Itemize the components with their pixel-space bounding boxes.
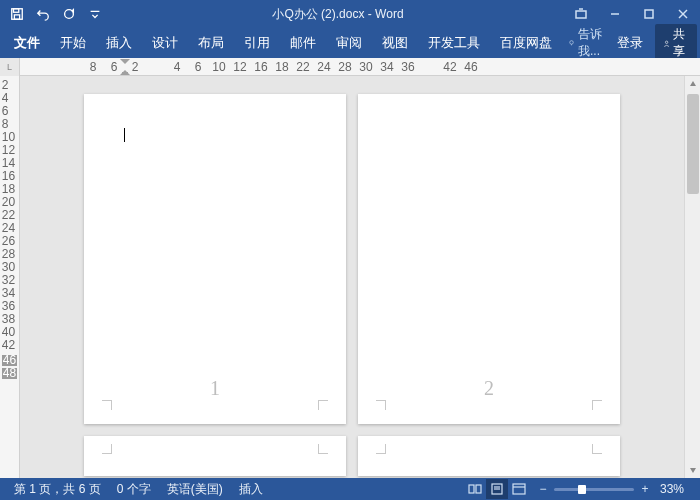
text-cursor	[124, 128, 125, 142]
indent-marker-icon[interactable]	[120, 59, 130, 78]
horizontal-ruler[interactable]: L 86246101216182224283034364246	[0, 58, 700, 76]
lightbulb-icon	[568, 37, 575, 49]
tab-design[interactable]: 设计	[142, 28, 188, 58]
document-canvas[interactable]: 1 2	[20, 76, 684, 478]
status-language[interactable]: 英语(美国)	[159, 481, 231, 498]
page-2[interactable]: 2	[358, 94, 620, 424]
vertical-ruler[interactable]: 2468101214161820222426283032343638404246…	[0, 76, 20, 478]
tab-baidu[interactable]: 百度网盘	[490, 28, 562, 58]
svg-point-11	[665, 41, 667, 43]
zoom-thumb[interactable]	[578, 485, 586, 494]
margin-mark-icon	[102, 444, 112, 454]
tab-layout[interactable]: 布局	[188, 28, 234, 58]
svg-rect-6	[645, 10, 653, 18]
share-button[interactable]: 共享	[655, 24, 697, 62]
scroll-down-icon[interactable]	[685, 462, 700, 478]
zoom-control: − + 33%	[530, 482, 694, 496]
page-number: 1	[84, 377, 346, 400]
web-layout-icon[interactable]	[508, 479, 530, 499]
scroll-up-icon[interactable]	[685, 76, 700, 92]
share-label: 共享	[673, 26, 689, 60]
ribbon-options-icon[interactable]	[564, 0, 598, 28]
redo-icon[interactable]	[58, 3, 80, 25]
status-words[interactable]: 0 个字	[109, 481, 159, 498]
read-mode-icon[interactable]	[464, 479, 486, 499]
zoom-in-button[interactable]: +	[638, 482, 652, 496]
print-layout-icon[interactable]	[486, 479, 508, 499]
save-icon[interactable]	[6, 3, 28, 25]
status-mode[interactable]: 插入	[231, 481, 271, 498]
svg-rect-4	[576, 11, 586, 18]
svg-marker-12	[120, 59, 130, 64]
ruler-corner: L	[0, 58, 20, 76]
tab-review[interactable]: 审阅	[326, 28, 372, 58]
svg-rect-17	[469, 485, 474, 493]
status-bar: 第 1 页，共 6 页 0 个字 英语(美国) 插入 − + 33%	[0, 478, 700, 500]
page-3[interactable]	[84, 436, 346, 476]
zoom-slider[interactable]	[554, 488, 634, 491]
scroll-thumb[interactable]	[687, 94, 699, 194]
signin-button[interactable]: 登录	[611, 28, 649, 58]
undo-icon[interactable]	[32, 3, 54, 25]
page-1[interactable]: 1	[84, 94, 346, 424]
tab-home[interactable]: 开始	[50, 28, 96, 58]
margin-mark-icon	[102, 400, 112, 410]
zoom-percent[interactable]: 33%	[656, 482, 688, 496]
svg-marker-15	[690, 81, 696, 86]
svg-rect-22	[513, 484, 525, 494]
tell-me-label: 告诉我...	[578, 26, 605, 60]
tab-developer[interactable]: 开发工具	[418, 28, 490, 58]
margin-mark-icon	[376, 400, 386, 410]
tab-mailings[interactable]: 邮件	[280, 28, 326, 58]
vertical-scrollbar[interactable]	[684, 76, 700, 478]
svg-rect-18	[476, 485, 481, 493]
status-page[interactable]: 第 1 页，共 6 页	[6, 481, 109, 498]
svg-marker-16	[690, 468, 696, 473]
work-area: 2468101214161820222426283032343638404246…	[0, 76, 700, 478]
margin-mark-icon	[318, 444, 328, 454]
window-title: 小Q办公 (2).docx - Word	[112, 6, 564, 23]
margin-mark-icon	[592, 400, 602, 410]
quick-access-toolbar	[0, 3, 112, 25]
zoom-out-button[interactable]: −	[536, 482, 550, 496]
svg-rect-14	[122, 72, 128, 75]
qat-customize-icon[interactable]	[84, 3, 106, 25]
margin-mark-icon	[376, 444, 386, 454]
share-icon	[663, 38, 670, 49]
tell-me[interactable]: 告诉我...	[562, 26, 611, 60]
ribbon-tabs: 文件 开始 插入 设计 布局 引用 邮件 审阅 视图 开发工具 百度网盘 告诉我…	[0, 28, 700, 58]
svg-rect-1	[14, 9, 19, 13]
tab-view[interactable]: 视图	[372, 28, 418, 58]
margin-mark-icon	[592, 444, 602, 454]
tab-references[interactable]: 引用	[234, 28, 280, 58]
svg-rect-2	[14, 15, 19, 19]
hruler-numbers: 86246101216182224283034364246	[22, 60, 480, 74]
page-number: 2	[358, 377, 620, 400]
tab-file[interactable]: 文件	[4, 28, 50, 58]
minimize-icon[interactable]	[598, 0, 632, 28]
title-bar: 小Q办公 (2).docx - Word	[0, 0, 700, 28]
tab-insert[interactable]: 插入	[96, 28, 142, 58]
svg-point-9	[570, 41, 574, 45]
vruler-numbers: 2468101214161820222426283032343638404246…	[2, 80, 17, 379]
margin-mark-icon	[318, 400, 328, 410]
page-4[interactable]	[358, 436, 620, 476]
